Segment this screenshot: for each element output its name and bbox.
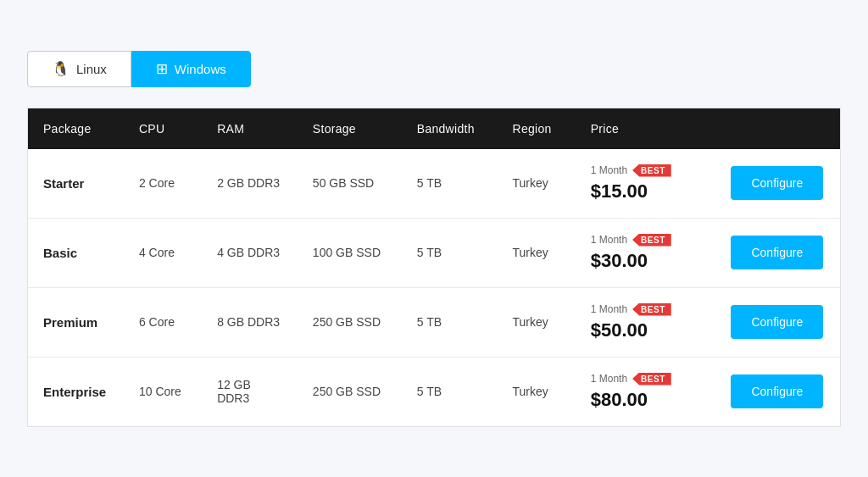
cell-cpu-2: 6 Core: [124, 287, 202, 357]
cell-action-0: Configure: [715, 149, 841, 219]
price-period-1: 1 Month: [591, 234, 627, 246]
package-name-3: Enterprise: [43, 385, 106, 399]
os-tab-switcher: 🐧 Linux ⊞ Windows: [27, 51, 841, 87]
price-amount-1: $30.00: [591, 250, 699, 272]
price-amount-3: $80.00: [591, 389, 699, 411]
cell-cpu-3: 10 Core: [124, 357, 202, 426]
cell-region-1: Turkey: [498, 218, 576, 287]
tab-linux[interactable]: 🐧 Linux: [27, 51, 131, 87]
cell-bandwidth-3: 5 TB: [402, 357, 498, 426]
package-name-0: Starter: [43, 176, 84, 191]
cell-ram-0: 2 GB DDR3: [202, 149, 298, 219]
package-name-1: Basic: [43, 246, 77, 260]
cell-storage-1: 100 GB SSD: [298, 218, 402, 287]
price-row-0: 1 Month BEST: [591, 164, 699, 177]
cell-price-3: 1 Month BEST $80.00: [576, 357, 715, 426]
windows-icon: ⊞: [156, 60, 168, 78]
price-row-2: 1 Month BEST: [591, 303, 699, 316]
cell-price-1: 1 Month BEST $30.00: [576, 218, 715, 287]
table-row: Basic 4 Core 4 GB DDR3 100 GB SSD 5 TB T…: [28, 218, 841, 287]
tab-linux-label: Linux: [76, 62, 107, 76]
table-header-row: Package CPU RAM Storage Bandwidth Region…: [28, 108, 841, 149]
tab-windows-label: Windows: [175, 62, 226, 76]
price-row-1: 1 Month BEST: [591, 234, 699, 247]
cell-price-2: 1 Month BEST $50.00: [576, 287, 715, 357]
cell-action-2: Configure: [715, 287, 841, 357]
price-period-0: 1 Month: [591, 164, 627, 176]
header-cpu: CPU: [124, 108, 202, 149]
pricing-table: Package CPU RAM Storage Bandwidth Region…: [27, 108, 841, 427]
table-row: Premium 6 Core 8 GB DDR3 250 GB SSD 5 TB…: [28, 287, 841, 357]
page-container: 🐧 Linux ⊞ Windows Package CPU RAM Storag…: [27, 34, 841, 444]
cell-package-2: Premium: [28, 287, 124, 357]
table-row: Starter 2 Core 2 GB DDR3 50 GB SSD 5 TB …: [28, 149, 841, 219]
cell-package-1: Basic: [28, 218, 124, 287]
best-badge-2: BEST: [632, 303, 671, 316]
cell-region-0: Turkey: [498, 149, 576, 219]
configure-button-2[interactable]: Configure: [731, 305, 823, 339]
price-period-2: 1 Month: [591, 303, 627, 315]
header-action: [715, 108, 841, 149]
cell-package-3: Enterprise: [28, 357, 124, 426]
cell-region-3: Turkey: [498, 357, 576, 426]
price-amount-0: $15.00: [591, 180, 699, 202]
cell-storage-2: 250 GB SSD: [298, 287, 402, 357]
cell-cpu-1: 4 Core: [124, 218, 202, 287]
tab-windows[interactable]: ⊞ Windows: [131, 51, 251, 87]
header-price: Price: [576, 108, 715, 149]
cell-ram-3: 12 GB DDR3: [202, 357, 298, 426]
best-badge-1: BEST: [632, 234, 671, 247]
price-row-3: 1 Month BEST: [591, 373, 699, 385]
cell-action-3: Configure: [715, 357, 841, 426]
best-badge-0: BEST: [632, 164, 671, 177]
configure-button-0[interactable]: Configure: [731, 166, 823, 200]
header-package: Package: [28, 108, 124, 149]
cell-ram-1: 4 GB DDR3: [202, 218, 298, 287]
linux-icon: 🐧: [52, 60, 70, 78]
package-name-2: Premium: [43, 315, 97, 330]
cell-bandwidth-0: 5 TB: [402, 149, 498, 219]
cell-storage-3: 250 GB SSD: [298, 357, 402, 426]
configure-button-1[interactable]: Configure: [731, 236, 823, 269]
header-storage: Storage: [298, 108, 402, 149]
table-row: Enterprise 10 Core 12 GB DDR3 250 GB SSD…: [28, 357, 841, 426]
header-region: Region: [498, 108, 576, 149]
price-amount-2: $50.00: [591, 319, 699, 341]
cell-ram-2: 8 GB DDR3: [202, 287, 298, 357]
price-period-3: 1 Month: [591, 373, 627, 385]
cell-price-0: 1 Month BEST $15.00: [576, 149, 715, 219]
best-badge-3: BEST: [632, 373, 671, 385]
cell-action-1: Configure: [715, 218, 841, 287]
cell-cpu-0: 2 Core: [124, 149, 202, 219]
cell-region-2: Turkey: [498, 287, 576, 357]
cell-bandwidth-2: 5 TB: [402, 287, 498, 357]
header-bandwidth: Bandwidth: [402, 108, 498, 149]
cell-bandwidth-1: 5 TB: [402, 218, 498, 287]
cell-storage-0: 50 GB SSD: [298, 149, 402, 219]
configure-button-3[interactable]: Configure: [731, 374, 823, 408]
header-ram: RAM: [202, 108, 298, 149]
cell-package-0: Starter: [28, 149, 124, 219]
